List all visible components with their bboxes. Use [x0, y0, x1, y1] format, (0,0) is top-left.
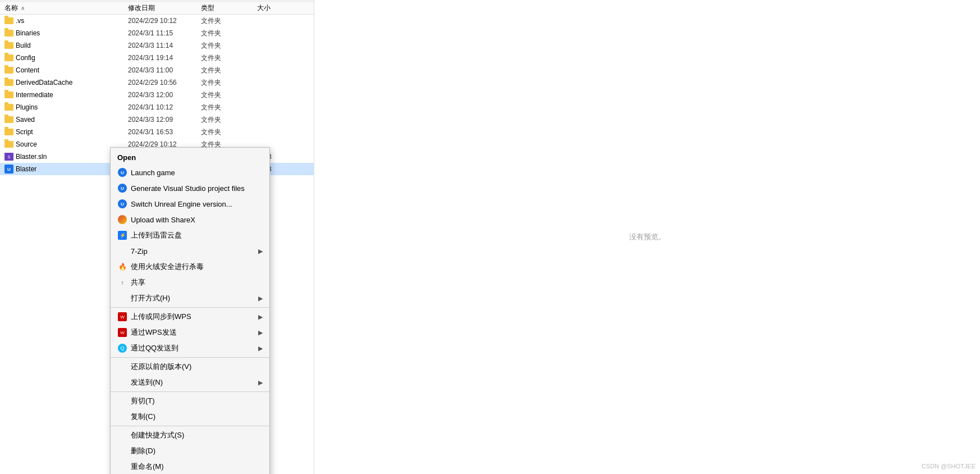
open-with-icon [117, 293, 127, 303]
column-headers: 名称 ∧ 修改日期 类型 大小 [0, 2, 314, 15]
rename-label: 重命名(M) [131, 462, 263, 472]
menu-separator-4 [111, 426, 269, 426]
folder-icon [4, 41, 13, 50]
generate-vs-icon: U [117, 183, 127, 193]
menu-separator-3 [111, 391, 269, 392]
thunder-icon: ⚡ [117, 230, 127, 240]
menu-item-copy[interactable]: 复制(C) [111, 409, 269, 425]
delete-label: 删除(D) [131, 446, 263, 456]
qq-send-arrow: ▶ [258, 345, 263, 352]
sharex-label: Upload with ShareX [131, 216, 263, 224]
file-row[interactable]: Script 2024/3/1 16:53 文件夹 [0, 126, 314, 138]
ue-file-icon: U [4, 165, 13, 174]
create-shortcut-label: 创建快捷方式(S) [131, 430, 263, 440]
watermark: CSDN @SHOTJEE [922, 463, 976, 470]
send-to-icon [117, 377, 127, 388]
fire-icon: 🔥 [117, 262, 127, 272]
folder-icon [4, 78, 13, 87]
folder-icon [4, 115, 13, 124]
menu-item-send-to[interactable]: 发送到(N) ▶ [111, 375, 269, 390]
7zip-arrow: ▶ [258, 248, 263, 255]
wps-upload-arrow: ▶ [258, 313, 263, 321]
wps-upload-icon: W [117, 312, 127, 322]
file-row[interactable]: Saved 2024/3/3 12:09 文件夹 [0, 113, 314, 126]
antivirus-label: 使用火绒安全进行杀毒 [131, 262, 263, 272]
qq-icon: Q [117, 343, 127, 353]
menu-item-wps-send[interactable]: W 通过WPS发送 ▶ [111, 325, 269, 340]
menu-item-launch-game[interactable]: U Launch game [111, 165, 269, 180]
7zip-icon [117, 246, 127, 256]
wps-send-icon: W [117, 327, 127, 338]
copy-label: 复制(C) [131, 412, 263, 422]
copy-icon [117, 412, 127, 422]
col-type-header[interactable]: 类型 [201, 3, 257, 13]
menu-separator [111, 307, 269, 308]
file-row[interactable]: Build 2024/3/3 11:14 文件夹 [0, 39, 314, 52]
sharex-icon [117, 215, 127, 225]
share-label: 共享 [131, 277, 263, 288]
menu-item-share[interactable]: ↑ 共享 [111, 275, 269, 290]
menu-item-wps-upload[interactable]: W 上传或同步到WPS ▶ [111, 309, 269, 325]
file-row[interactable]: Intermediate 2024/3/3 12:00 文件夹 [0, 89, 314, 101]
menu-item-7zip[interactable]: 7-Zip ▶ [111, 243, 269, 259]
col-name-header[interactable]: 名称 ∧ [4, 3, 128, 13]
menu-item-restore[interactable]: 还原以前的版本(V) [111, 359, 269, 375]
file-row[interactable]: Config 2024/3/1 19:14 文件夹 [0, 52, 314, 64]
qq-send-label: 通过QQ发送到 [131, 343, 258, 353]
folder-icon [4, 140, 13, 149]
menu-item-generate-vs[interactable]: U Generate Visual Studio project files [111, 180, 269, 196]
preview-panel: 没有预览。 [314, 0, 980, 474]
launch-game-icon: U [117, 167, 127, 177]
menu-open-header: Open [111, 150, 269, 165]
context-menu: Open U Launch game U Generate Visual Stu… [110, 147, 270, 474]
folder-icon [4, 16, 13, 25]
col-size-header[interactable]: 大小 [257, 3, 302, 13]
sln-file-icon: S [4, 152, 13, 161]
open-with-label: 打开方式(H) [131, 293, 258, 303]
col-date-header[interactable]: 修改日期 [128, 3, 201, 13]
sort-arrow: ∧ [21, 5, 25, 11]
thunder-label: 上传到迅雷云盘 [131, 230, 263, 240]
folder-icon [4, 53, 13, 62]
menu-item-create-shortcut[interactable]: 创建快捷方式(S) [111, 427, 269, 443]
folder-icon [4, 103, 13, 112]
launch-game-label: Launch game [131, 168, 263, 177]
cut-icon [117, 396, 127, 406]
share-icon: ↑ [117, 277, 127, 288]
send-to-arrow: ▶ [258, 379, 263, 386]
switch-ue-icon: U [117, 199, 127, 209]
file-row[interactable]: Plugins 2024/3/1 10:12 文件夹 [0, 101, 314, 113]
folder-icon [4, 29, 13, 38]
no-preview-text: 没有预览。 [629, 232, 666, 242]
cut-label: 剪切(T) [131, 396, 263, 406]
menu-item-delete[interactable]: 删除(D) [111, 443, 269, 459]
rename-icon [117, 462, 127, 472]
restore-label: 还原以前的版本(V) [131, 362, 263, 372]
menu-item-sharex[interactable]: Upload with ShareX [111, 212, 269, 227]
create-shortcut-icon [117, 430, 127, 440]
wps-send-arrow: ▶ [258, 329, 263, 336]
7zip-label: 7-Zip [131, 247, 258, 256]
file-row[interactable]: .vs 2024/2/29 10:12 文件夹 [0, 15, 314, 27]
wps-send-label: 通过WPS发送 [131, 327, 258, 338]
open-with-arrow: ▶ [258, 295, 263, 302]
file-row[interactable]: DerivedDataCache 2024/2/29 10:56 文件夹 [0, 76, 314, 89]
folder-icon [4, 66, 13, 75]
menu-item-qq-send[interactable]: Q 通过QQ发送到 ▶ [111, 340, 269, 356]
generate-vs-label: Generate Visual Studio project files [131, 184, 263, 193]
menu-item-rename[interactable]: 重命名(M) [111, 459, 269, 474]
folder-icon [4, 127, 13, 136]
menu-item-cut[interactable]: 剪切(T) [111, 393, 269, 409]
menu-separator-2 [111, 357, 269, 358]
restore-icon [117, 362, 127, 372]
delete-icon [117, 446, 127, 456]
switch-ue-label: Switch Unreal Engine version... [131, 200, 263, 208]
folder-icon [4, 90, 13, 99]
menu-item-switch-ue[interactable]: U Switch Unreal Engine version... [111, 196, 269, 212]
menu-item-thunder[interactable]: ⚡ 上传到迅雷云盘 [111, 227, 269, 243]
send-to-label: 发送到(N) [131, 377, 258, 388]
file-row[interactable]: Binaries 2024/3/1 11:15 文件夹 [0, 27, 314, 39]
menu-item-antivirus[interactable]: 🔥 使用火绒安全进行杀毒 [111, 259, 269, 275]
file-row[interactable]: Content 2024/3/3 11:00 文件夹 [0, 64, 314, 76]
menu-item-open-with[interactable]: 打开方式(H) ▶ [111, 290, 269, 306]
